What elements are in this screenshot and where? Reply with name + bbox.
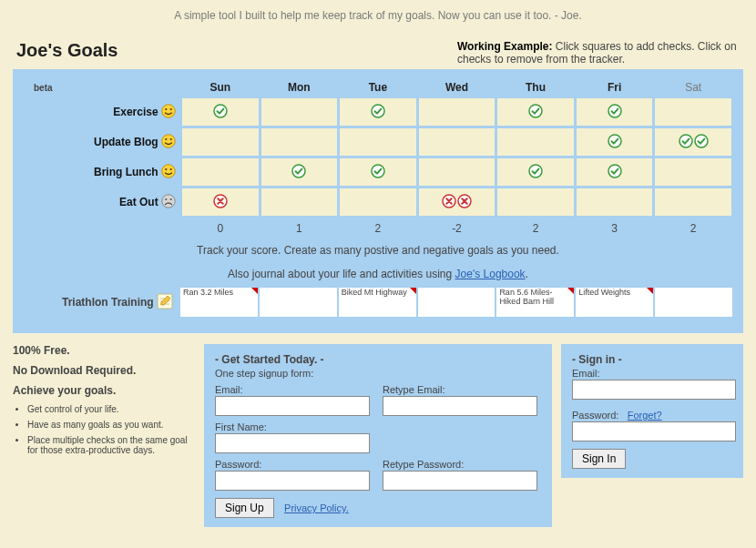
check-icon[interactable]: [528, 104, 543, 118]
smiley-icon: [161, 104, 176, 121]
note-corner-icon: [251, 288, 258, 294]
tracker-cell[interactable]: [182, 98, 259, 126]
forget-link[interactable]: Forget?: [628, 410, 662, 421]
tracker-cell[interactable]: [497, 188, 574, 216]
tracker-cell[interactable]: [419, 128, 495, 156]
note-corner-icon: [567, 288, 574, 294]
frowney-icon: [161, 194, 176, 211]
signup-password-input[interactable]: [215, 471, 370, 491]
check-icon[interactable]: [608, 164, 622, 178]
tracker-cell[interactable]: [655, 158, 731, 186]
day-score: 0: [182, 218, 259, 236]
tracker-cell[interactable]: [340, 188, 416, 216]
signup-retype-email-input[interactable]: [383, 396, 537, 416]
journal-label: Triathlon Training: [62, 295, 154, 308]
subline-score: Track your score. Create as many postive…: [22, 238, 734, 262]
signup-panel: - Get Started Today. - One step signup f…: [204, 344, 552, 527]
note-corner-icon: [647, 288, 653, 294]
signup-email-input[interactable]: [215, 396, 370, 416]
smiley-icon: [161, 134, 176, 151]
tracker-cell[interactable]: [497, 158, 574, 186]
tracker-cell[interactable]: [182, 158, 259, 186]
check-icon[interactable]: [608, 104, 622, 118]
signin-panel: - Sign in - Email: Password: Forget? Sig…: [561, 344, 743, 478]
check-icon[interactable]: [694, 134, 709, 148]
x-icon[interactable]: [213, 194, 228, 208]
tracker-cell[interactable]: [419, 98, 495, 126]
page-title: Joe's Goals: [16, 40, 117, 61]
working-example-note: Working Example: Click squares to add ch…: [457, 40, 740, 66]
day-header: Sat: [655, 79, 731, 96]
tracker-cell[interactable]: [497, 98, 574, 126]
smiley-icon: [161, 164, 176, 181]
tracker-cell[interactable]: [340, 98, 416, 126]
day-score: 3: [577, 218, 653, 236]
day-header: Mon: [261, 79, 338, 96]
check-icon[interactable]: [291, 164, 306, 178]
day-score: -2: [419, 218, 495, 236]
tracker-cell[interactable]: [419, 158, 495, 186]
tracker-cell[interactable]: [340, 128, 416, 156]
signup-firstname-input[interactable]: [215, 433, 370, 453]
tracker-cell[interactable]: [261, 128, 338, 156]
tagline: A simple tool I built to help me keep tr…: [0, 0, 756, 40]
day-header: Thu: [497, 79, 574, 96]
day-score: 1: [261, 218, 338, 236]
day-header: Sun: [182, 79, 259, 96]
tracker-cell[interactable]: [340, 158, 416, 186]
day-header: Wed: [419, 79, 495, 96]
day-score: 2: [340, 218, 416, 236]
check-icon[interactable]: [371, 104, 385, 118]
goal-label: Exercise: [25, 98, 179, 126]
signup-retype-password-input[interactable]: [383, 471, 537, 491]
features-panel: 100% Free. No Download Required. Achieve…: [13, 344, 195, 461]
x-icon[interactable]: [442, 194, 456, 208]
check-icon[interactable]: [528, 164, 543, 178]
signup-button[interactable]: Sign Up: [215, 498, 274, 518]
day-score: 2: [497, 218, 574, 236]
tracker-cell[interactable]: [577, 188, 653, 216]
tracker-cell[interactable]: [261, 188, 338, 216]
journal-cell[interactable]: Lifted Weights: [576, 288, 653, 317]
subline-journal: Also journal about your life and activit…: [22, 262, 734, 286]
goal-label: Eat Out: [25, 188, 179, 216]
day-header: Tue: [340, 79, 416, 96]
privacy-link[interactable]: Privacy Policy.: [284, 502, 349, 513]
logbook-link[interactable]: Joe's Logbook: [455, 268, 526, 280]
tracker-cell[interactable]: [261, 98, 338, 126]
journal-cell[interactable]: Ran 5.6 Miles- Hiked Barn Hill: [496, 288, 574, 317]
signin-email-input[interactable]: [572, 380, 736, 400]
journal-cell[interactable]: Ran 3.2 Miles: [180, 288, 258, 317]
check-icon[interactable]: [608, 134, 622, 148]
check-icon[interactable]: [679, 134, 693, 148]
check-icon[interactable]: [371, 164, 385, 178]
tracker-cell[interactable]: [182, 128, 259, 156]
journal-cell[interactable]: [655, 288, 732, 317]
tracker-cell[interactable]: [577, 98, 653, 126]
pencil-icon: [157, 293, 173, 312]
goal-label: Update Blog: [25, 128, 179, 156]
journal-cell[interactable]: [418, 288, 495, 317]
tracker-cell[interactable]: [577, 128, 653, 156]
tracker-cell[interactable]: [182, 188, 259, 216]
day-score: 2: [655, 218, 731, 236]
tracker-cell[interactable]: [497, 128, 574, 156]
signin-button[interactable]: Sign In: [572, 449, 626, 469]
tracker-cell[interactable]: [655, 188, 731, 216]
journal-cell[interactable]: Biked Mt Highway: [339, 288, 416, 317]
check-icon[interactable]: [213, 104, 228, 118]
signin-password-input[interactable]: [572, 421, 736, 441]
day-header: Fri: [577, 79, 653, 96]
x-icon[interactable]: [457, 194, 472, 208]
tracker-panel: beta SunMonTueWedThuFriSat Exercise Upda…: [13, 69, 743, 333]
goal-label: Bring Lunch: [25, 158, 179, 186]
journal-cell[interactable]: [260, 288, 337, 317]
beta-label: beta: [26, 79, 60, 96]
note-corner-icon: [410, 288, 416, 294]
tracker-cell[interactable]: [577, 158, 653, 186]
tracker-cell[interactable]: [419, 188, 495, 216]
tracker-cell[interactable]: [655, 128, 731, 156]
tracker-cell[interactable]: [655, 98, 731, 126]
tracker-cell[interactable]: [261, 158, 338, 186]
